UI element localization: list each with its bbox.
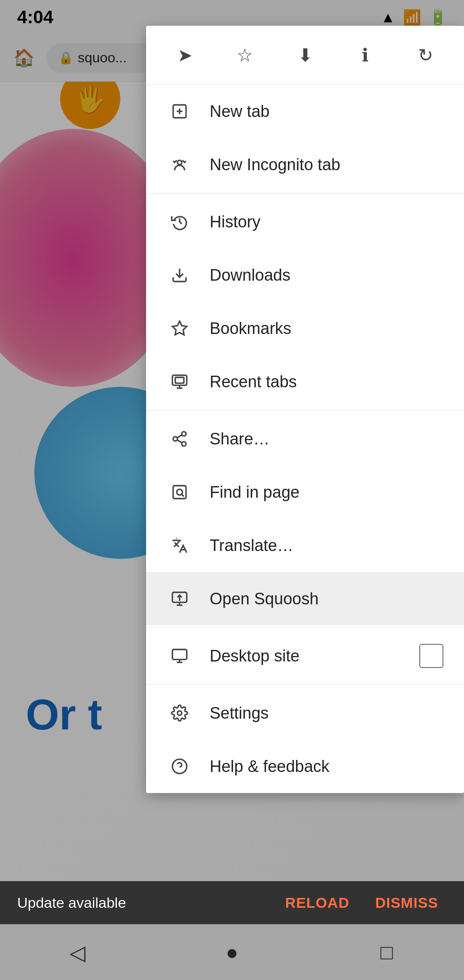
find-in-page-label: Find in page [210,483,443,502]
menu-item-share[interactable]: Share… [146,412,464,466]
settings-icon [167,700,192,726]
new-tab-label: New tab [210,102,443,121]
svg-point-3 [177,160,182,165]
download-button[interactable]: ⬇ [288,38,322,72]
menu-item-recent-tabs[interactable]: Recent tabs [146,355,464,408]
open-squoosh-label: Open Squoosh [210,590,443,608]
menu-item-settings[interactable]: Settings [146,686,464,740]
divider-3 [146,627,464,628]
svg-point-11 [173,437,177,441]
menu-item-help-feedback[interactable]: Help & feedback [146,740,464,793]
downloads-label: Downloads [210,266,443,285]
reload-button[interactable]: RELOAD [277,890,358,916]
translate-label: Translate… [210,536,443,555]
bookmarks-label: Bookmarks [210,319,443,338]
svg-marker-5 [172,321,186,335]
incognito-icon [167,152,192,178]
desktop-icon [167,643,192,669]
svg-point-12 [182,442,186,446]
menu-item-open-squoosh[interactable]: Open Squoosh [146,572,464,625]
update-banner: Update available RELOAD DISMISS [0,881,464,924]
svg-line-17 [182,494,184,496]
menu-item-find-in-page[interactable]: Find in page [146,466,464,519]
context-menu: ➤ ☆ ⬇ ℹ ↻ New tab New Incognito tab [146,26,464,793]
bookmark-button[interactable]: ☆ [228,38,262,72]
recent-tabs-icon [167,369,192,395]
menu-toolbar: ➤ ☆ ⬇ ℹ ↻ [146,26,464,85]
help-icon [167,753,192,779]
info-button[interactable]: ℹ [348,38,382,72]
menu-item-downloads[interactable]: Downloads [146,248,464,302]
open-in-app-icon [167,586,192,612]
help-feedback-label: Help & feedback [210,757,443,776]
downloads-icon [167,262,192,288]
share-icon [167,426,192,452]
recent-tabs-label: Recent tabs [210,373,443,391]
menu-item-translate[interactable]: Translate… [146,519,464,572]
settings-label: Settings [210,704,443,723]
svg-point-23 [177,711,182,715]
refresh-button[interactable]: ↻ [408,38,443,72]
divider-1 [146,193,464,193]
divider-4 [146,684,464,685]
divider-2 [146,410,464,410]
menu-item-new-incognito-tab[interactable]: New Incognito tab [146,138,464,191]
menu-item-desktop-site[interactable]: Desktop site [146,629,464,683]
menu-item-new-tab[interactable]: New tab [146,85,464,138]
svg-line-13 [177,440,182,443]
dismiss-button[interactable]: DISMISS [366,890,447,916]
svg-point-16 [177,489,182,495]
new-incognito-tab-label: New Incognito tab [210,156,443,174]
find-icon [167,479,192,505]
history-label: History [210,213,443,231]
svg-rect-7 [175,377,184,383]
desktop-site-checkbox[interactable] [419,644,443,668]
share-label: Share… [210,430,443,448]
menu-item-bookmarks[interactable]: Bookmarks [146,302,464,355]
forward-button[interactable]: ➤ [168,38,202,72]
update-message: Update available [17,894,268,911]
bookmarks-icon [167,315,192,341]
svg-line-14 [177,435,182,438]
desktop-site-label: Desktop site [210,647,402,665]
svg-point-10 [182,432,186,436]
svg-rect-20 [172,649,186,659]
menu-item-history[interactable]: History [146,195,464,248]
translate-icon [167,533,192,558]
new-tab-icon [167,98,192,124]
history-icon [167,209,192,235]
svg-rect-15 [173,486,186,499]
